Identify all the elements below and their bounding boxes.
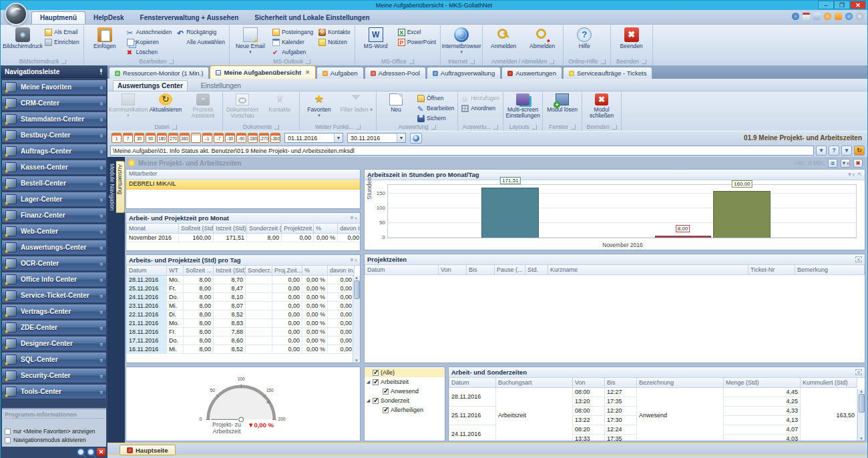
subtab-auswertungs-center[interactable]: Auswertungs Center	[113, 80, 188, 91]
pin-icon[interactable]	[98, 69, 103, 74]
multiscreen-button[interactable]: Multi-screen Einstellungen	[505, 93, 541, 124]
filter-icon[interactable]: ▼x	[847, 172, 855, 178]
einfuegen-button[interactable]: Einfügen	[86, 27, 124, 50]
day-range-button[interactable]: 1	[112, 133, 122, 143]
dialog-launcher-icon[interactable]	[470, 59, 475, 64]
sidebar-item[interactable]: Service-Ticket-Center »	[1, 288, 107, 303]
refresh-report-button[interactable]: ↻	[854, 146, 865, 156]
ribbon-tab-sicherheit[interactable]: Sicherheit und Lokale Einstellungen	[246, 12, 377, 24]
day-range-button[interactable]: -1	[202, 133, 212, 143]
notizen-button[interactable]: Notizen	[316, 37, 353, 47]
filter-clear-icon[interactable]: ▼x	[841, 159, 850, 168]
column-header[interactable]: Monat	[127, 224, 179, 233]
dialog-launcher-icon[interactable]	[409, 59, 414, 64]
day-range-button[interactable]: -7	[214, 133, 224, 143]
ribbon-tab-hauptmenu[interactable]: Hauptmenü	[31, 11, 85, 24]
close-tab-icon[interactable]: ✕	[305, 69, 310, 75]
tree-expander-icon[interactable]: ◢	[366, 398, 371, 403]
tab-auswertungen[interactable]: Auswertungen	[501, 67, 562, 79]
dialog-launcher-icon[interactable]	[61, 59, 66, 64]
dialog-launcher-icon[interactable]	[356, 125, 361, 130]
report-path-input[interactable]	[110, 146, 814, 156]
filter-laden-button[interactable]: Filter laden ▾	[339, 93, 375, 124]
minimize-button[interactable]: –	[818, 1, 834, 9]
column-header[interactable]: davon In...	[328, 266, 355, 275]
excel-button[interactable]: Excel	[396, 27, 438, 37]
bar-sollzeit[interactable]: 160,00	[713, 185, 771, 238]
ribbon-tab-fensterverwaltung[interactable]: Fensterverwaltung + Aussehen	[132, 12, 247, 24]
rueckgaengig-button[interactable]: Rückgängig	[175, 27, 227, 37]
sidebar-item[interactable]: ZDE-Center »	[1, 320, 107, 335]
beenden-button[interactable]: Beenden	[613, 27, 650, 50]
sidebar-item[interactable]: CRM-Center »	[1, 95, 107, 111]
table-row[interactable]: 28.11.2016 Arbeitszeit 08:0012:27 Anwese…	[449, 387, 857, 397]
hinzufuegen-button[interactable]: Hinzufügen	[459, 93, 501, 103]
column-header[interactable]: %	[302, 266, 328, 275]
table-row[interactable]: 23.11.2016Mi. 8,008,07 0,00 0,00 %0,00	[127, 301, 355, 310]
checked-checkbox-icon[interactable]	[373, 398, 379, 404]
apply-filter-button[interactable]	[410, 133, 422, 144]
tree-expander-icon[interactable]: ◢	[366, 379, 371, 385]
checked-checkbox-icon[interactable]	[383, 389, 389, 395]
legend-item-sonderzeit[interactable]: ◢Sonderzeit	[365, 396, 445, 405]
sidebar-item[interactable]: Lager-Center »	[1, 192, 107, 207]
tab-adressen-pool[interactable]: Adressen-Pool	[365, 67, 426, 79]
chevron-down-icon[interactable]: ▼	[334, 134, 343, 142]
table-row[interactable]: 17.11.2016Do. 8,008,60 0,00 0,00 %0,00	[127, 336, 355, 345]
day-range-button[interactable]: -90	[236, 133, 246, 143]
day-range-button[interactable]: -360	[270, 133, 280, 143]
expand-icon[interactable]: ⇱	[857, 172, 862, 178]
day-range-button[interactable]: -270	[259, 133, 269, 143]
table-row[interactable]: 25.11.2016Fr. 8,008,47 0,00 0,00 %0,00	[127, 284, 355, 292]
dialog-launcher-icon[interactable]	[169, 59, 174, 64]
sidebar-item[interactable]: Finanz-Center »	[1, 208, 107, 223]
close-report-icon[interactable]: ✖	[853, 159, 863, 168]
kommunikation-button[interactable]: Kommunikation▼	[110, 93, 146, 124]
tab-meine-aufgabenuebersicht[interactable]: Meine Aufgabenübersicht✕	[210, 65, 315, 79]
column-header[interactable]: Sollzeit ...	[184, 266, 214, 275]
column-header[interactable]: Istzeit (Std)	[214, 266, 246, 275]
ms-word-button[interactable]: MS-Word	[357, 27, 395, 50]
sidebar-item[interactable]: OCR-Center »	[1, 256, 107, 271]
column-header[interactable]: davon Int...	[338, 224, 361, 233]
column-header[interactable]: %	[314, 224, 338, 233]
sidebar-item[interactable]: Kassen-Center »	[1, 160, 107, 175]
dialog-launcher-icon[interactable]	[601, 59, 606, 64]
column-header[interactable]: Von	[573, 378, 605, 387]
dialog-launcher-icon[interactable]	[642, 59, 646, 64]
table-row[interactable]: 28.11.2016Mo. 8,008,70 0,00 0,00 %0,00	[127, 275, 355, 284]
list-view-icon[interactable]: ≣	[828, 159, 837, 168]
sidebar-item[interactable]: Auswertungs-Center »	[1, 240, 107, 255]
date-to-field[interactable]: 30.11.2016▼	[347, 133, 406, 143]
dialog-launcher-icon[interactable]	[306, 59, 310, 64]
sidebar-item[interactable]: Stammdaten-Center »	[1, 111, 107, 127]
quick-icon[interactable]	[824, 13, 831, 20]
kalender-button[interactable]: Kalender	[270, 37, 315, 47]
dialog-launcher-icon[interactable]	[612, 125, 617, 130]
quick-icon[interactable]	[856, 13, 863, 20]
column-header[interactable]: Ticket-Nr	[748, 265, 795, 274]
quick-icon[interactable]	[845, 13, 853, 20]
vertical-scrollbar[interactable]: ▲▼	[857, 389, 865, 441]
column-header[interactable]: Projektzeit...	[282, 224, 314, 233]
column-header[interactable]: Datum	[365, 265, 439, 274]
aktualisieren-button[interactable]: Aktualisieren	[148, 93, 184, 124]
favorites-only-checkbox[interactable]: nur <Meine Favoriten> anzeigen	[5, 428, 103, 435]
table-row[interactable]: 22.11.2016Di. 8,008,52 0,00 0,00 %0,00	[127, 310, 355, 318]
sidebar-item[interactable]: Security-Center »	[1, 368, 107, 383]
table-row[interactable]: 18.11.2016Fr. 8,007,88 0,00 0,00 %0,00	[127, 327, 355, 336]
aufgaben-button[interactable]: Aufgaben	[270, 47, 315, 57]
day-range-button[interactable]: 360	[180, 133, 190, 143]
column-header[interactable]: Istzeit (Std)	[214, 224, 247, 233]
column-header[interactable]: Buchungsart	[496, 378, 573, 387]
hilfe-button[interactable]: Hilfe	[566, 27, 603, 50]
einrichten-button[interactable]: Einrichten	[43, 37, 81, 47]
kopieren-button[interactable]: Kopieren	[125, 37, 174, 47]
sidebar-item[interactable]: Vertrags-Center »	[1, 304, 107, 319]
app-logo-icon[interactable]	[5, 3, 27, 25]
zoom-in-icon[interactable]	[77, 448, 85, 456]
detach-panel-icon[interactable]: x	[855, 369, 862, 375]
close-button[interactable]: ✕	[850, 1, 866, 9]
day-range-button[interactable]: -180	[248, 133, 258, 143]
detach-panel-icon[interactable]: x	[855, 256, 862, 262]
